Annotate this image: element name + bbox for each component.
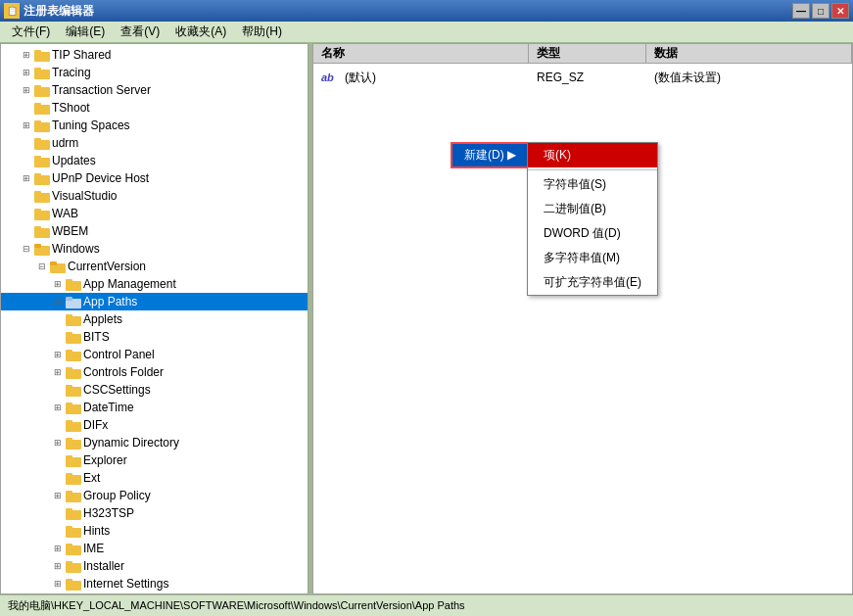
tree-item-internet-settings[interactable]: ⊞ Internet Settings [1,575,308,592]
tree-item-upnp[interactable]: ⊞ UPnP Device Host [1,169,308,187]
expand-icon[interactable]: ⊞ [50,400,66,415]
tree-item-cscsettings[interactable]: ⊞ CSCSettings [1,381,308,399]
tree-item-control-panel[interactable]: ⊞ Control Panel [1,346,308,363]
ctx-item-string[interactable]: 字符串值(S) [528,172,657,197]
expand-icon[interactable]: ⊞ [50,488,66,503]
svg-rect-45 [66,438,72,442]
svg-rect-25 [50,261,57,265]
tree-item-windows[interactable]: ⊟ Windows [1,240,308,258]
tree-label: TIP Shared [52,48,111,62]
tree-item-transaction-server[interactable]: ⊞ Transaction Server [1,81,308,99]
ctx-item-multistring[interactable]: 多字符串值(M) [528,246,657,270]
menu-view[interactable]: 查看(V) [113,22,167,42]
ctx-item-key[interactable]: 项(K) [528,143,657,167]
tree-item-app-paths[interactable]: ⊞ App Paths [1,293,308,310]
folder-icon [34,48,50,62]
folder-icon [66,277,81,291]
new-submenu-label: 新建(D) ▶ [464,147,516,164]
menu-bar: 文件(F) 编辑(E) 查看(V) 收藏夹(A) 帮助(H) [0,22,853,43]
expand-icon[interactable]: ⊞ [19,170,34,186]
tree-item-group-policy[interactable]: ⊞ Group Policy [1,487,308,504]
expand-icon[interactable]: ⊞ [50,347,66,362]
tree-label: Group Policy [83,489,151,502]
svg-rect-57 [66,544,72,547]
menu-help[interactable]: 帮助(H) [234,22,290,42]
expand-icon[interactable]: ⊞ [19,118,34,133]
ctx-item-binary[interactable]: 二进制值(B) [528,197,657,221]
svg-rect-47 [66,455,72,459]
tree-item-hints[interactable]: ⊞ Hints [1,522,308,540]
svg-rect-15 [34,173,41,177]
tree-label: Dynamic Directory [83,436,179,450]
folder-icon [34,66,50,79]
svg-rect-5 [34,85,41,89]
tree-item-h323tsp[interactable]: ⊞ H323TSP [1,504,308,522]
tree-item-currentversion[interactable]: ⊟ CurrentVersion [1,258,308,275]
ctx-item-dword[interactable]: DWORD 值(D) [528,221,657,246]
folder-icon [34,83,50,97]
new-submenu-trigger[interactable]: 新建(D) ▶ [450,142,530,168]
tree-item-controls-folder[interactable]: ⊞ Controls Folder [1,363,308,381]
close-button[interactable]: ✕ [831,3,849,19]
expand-icon[interactable]: ⊞ [50,558,66,574]
folder-icon [66,542,81,555]
expand-icon[interactable]: ⊞ [50,541,66,556]
tree-item-ime[interactable]: ⊞ IME [1,540,308,557]
expand-icon[interactable]: ⊞ [50,294,66,309]
svg-rect-9 [34,120,41,124]
tree-item-visualstudio[interactable]: ⊞ VisualStudio [1,187,308,205]
expand-icon[interactable]: ⊞ [50,435,66,450]
expand-icon[interactable]: ⊟ [34,259,50,274]
expand-icon[interactable]: ⊞ [50,276,66,292]
folder-icon [34,207,50,220]
tree-item-wbem[interactable]: ⊞ WBEM [1,222,308,240]
tree-item-tshoot[interactable]: ⊞ TShoot [1,99,308,117]
expand-icon[interactable]: ⊞ [19,65,34,80]
tree-item-bits[interactable]: ⊞ BITS [1,328,308,346]
tree-item-intlrun[interactable]: ⊞ IntlRun [1,592,308,593]
tree-item-explorer[interactable]: ⊞ Explorer [1,451,308,469]
tree-item-wab[interactable]: ⊞ WAB [1,205,308,222]
expand-icon[interactable]: ⊞ [50,576,66,592]
expand-icon[interactable]: ⊟ [19,241,34,257]
svg-rect-61 [66,579,72,583]
expand-icon[interactable]: ⊞ [19,82,34,98]
tree-item-udrm[interactable]: ⊞ udrm [1,134,308,152]
tree-item-tuning-spaces[interactable]: ⊞ Tuning Spaces [1,117,308,134]
expand-icon[interactable]: ⊞ [50,364,66,380]
tree-label: Controls Folder [83,365,164,379]
tree-item-applets[interactable]: ⊞ Applets [1,310,308,328]
svg-rect-27 [66,279,72,283]
folder-icon [66,312,81,326]
folder-icon [66,506,81,520]
tree-label: Ext [83,471,100,485]
expand-icon[interactable]: ⊞ [19,47,34,63]
menu-file[interactable]: 文件(F) [4,22,58,42]
minimize-button[interactable]: — [792,3,810,19]
menu-favorites[interactable]: 收藏夹(A) [167,22,234,42]
tree-item-datetime[interactable]: ⊞ DateTime [1,399,308,416]
tree-label: Installer [83,559,124,573]
tree-item-installer[interactable]: ⊞ Installer [1,557,308,575]
tree-item-tracing[interactable]: ⊞ Tracing [1,64,308,81]
tree-label: Updates [52,154,96,167]
folder-icon [34,118,50,132]
tree-item-difx[interactable]: ⊞ DIFx [1,416,308,434]
menu-edit[interactable]: 编辑(E) [58,22,113,42]
tree-item-dynamic-directory[interactable]: ⊞ Dynamic Directory [1,434,308,451]
tree-item-tip-shared[interactable]: ⊞ TIP Shared [1,46,308,64]
tree-item-updates[interactable]: ⊞ Updates [1,152,308,169]
ctx-item-expandstring[interactable]: 可扩充字符串值(E) [528,270,657,295]
svg-rect-13 [34,156,41,160]
svg-rect-31 [66,314,72,318]
title-bar: 📋 注册表编辑器 — □ ✕ [0,0,853,22]
tree-scroll[interactable]: ⊞ TIP Shared ⊞ Tracing ⊞ Transaction Ser… [1,44,308,593]
right-pane: 名称 类型 数据 ab (默认) REG_SZ (数值未设置) 新建(D) ▶ … [312,43,853,594]
tree-item-app-management[interactable]: ⊞ App Management [1,275,308,293]
svg-rect-17 [34,191,41,195]
tree-label: App Management [83,277,176,291]
maximize-button[interactable]: □ [812,3,829,19]
tree-pane: ⊞ TIP Shared ⊞ Tracing ⊞ Transaction Ser… [0,43,308,594]
tree-item-ext[interactable]: ⊞ Ext [1,469,308,487]
registry-row[interactable]: ab (默认) REG_SZ (数值未设置) [317,68,848,87]
